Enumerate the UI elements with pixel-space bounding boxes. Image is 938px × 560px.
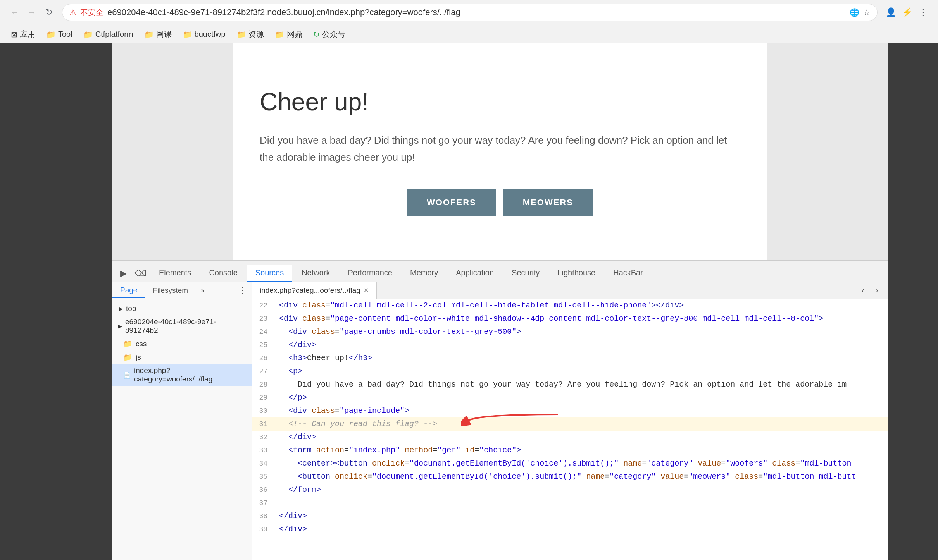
security-label: 不安全 (80, 7, 103, 18)
bookmark-wangke-label: 网课 (156, 29, 172, 40)
back-button[interactable]: ← (8, 5, 22, 19)
bookmark-wangke[interactable]: 📁 网课 (140, 27, 176, 42)
page-title: Cheer up! (260, 88, 740, 116)
bookmark-apps-label: 应用 (20, 29, 35, 40)
tab-sources[interactable]: Sources (247, 265, 292, 282)
devtools-inspect-icon[interactable]: ▶ (117, 265, 130, 282)
bookmark-wangding-label: 网鼎 (287, 29, 302, 40)
css-label: css (136, 340, 147, 348)
devtools-tabs: ▶ ⌫ Elements Console Sources Network Per… (112, 261, 888, 282)
url-text: e690204e-40c1-489c-9e71-891274b2f3f2.nod… (107, 7, 846, 17)
menu-button[interactable]: ⋮ (916, 5, 930, 19)
bookmark-buuctfwp-label: buuctfwp (195, 30, 226, 39)
refresh-icon: ↻ (313, 30, 320, 39)
bookmark-buuctfwp[interactable]: 📁 buuctfwp (178, 27, 230, 41)
code-line-36: 36 </form> (252, 483, 888, 496)
file-tree-css[interactable]: 📁 css (112, 337, 252, 350)
toolbar-icons: 👤 ⚡ ⋮ (884, 5, 930, 19)
tab-memory[interactable]: Memory (402, 265, 447, 282)
file-tree-top[interactable]: ▶ top (112, 302, 252, 315)
bookmark-ctfplatform-label: Ctfplatform (95, 30, 133, 39)
nav-buttons: ← → ↻ (8, 5, 56, 19)
buttons-row: WOOFERS MEOWERS (260, 189, 740, 216)
left-tab-more[interactable]: » (196, 283, 209, 298)
account-button[interactable]: 👤 (884, 5, 898, 19)
code-line-29: 29 </p> (252, 391, 888, 404)
folder-icon-1: 📁 (46, 30, 56, 39)
browser-chrome: ← → ↻ ⚠ 不安全 e690204e-40c1-489c-9e71-8912… (0, 0, 938, 560)
folder-icon-5: 📁 (236, 30, 246, 39)
code-line-37: 37 (252, 496, 888, 510)
code-nav-right[interactable]: › (871, 284, 883, 297)
page-description: Did you have a bad day? Did things not g… (260, 132, 740, 166)
address-bar-icons: 🌐 ☆ (850, 8, 870, 17)
file-tree-phpfile[interactable]: 📄 index.php?category=woofers/../flag (112, 364, 252, 386)
code-line-30: 30 <div class="page-include"> (252, 404, 888, 417)
code-tab-active[interactable]: index.php?categ...oofers/../flag ✕ (252, 282, 377, 299)
bookmark-wangding[interactable]: 📁 网鼎 (270, 27, 307, 42)
code-line-27: 27 <p> (252, 365, 888, 378)
left-tab-page[interactable]: Page (112, 283, 145, 298)
file-tree-js[interactable]: 📁 js (112, 350, 252, 364)
css-folder-icon: 📁 (123, 339, 133, 348)
code-line-38: 38 </div> (252, 510, 888, 523)
bookmark-tool[interactable]: 📁 Tool (41, 27, 77, 41)
tab-performance[interactable]: Performance (340, 265, 401, 282)
translate-icon[interactable]: 🌐 (850, 8, 859, 17)
bookmark-apps[interactable]: ⊠ 应用 (6, 27, 40, 42)
bookmark-gongzhonghao-label: 公众号 (322, 29, 345, 40)
meowers-button[interactable]: MEOWERS (503, 189, 593, 216)
code-line-32: 32 </div> (252, 431, 888, 444)
code-tab-close[interactable]: ✕ (364, 287, 369, 294)
code-line-26: 26 <h3>Cheer up!</h3> (252, 352, 888, 365)
code-nav-left[interactable]: ‹ (857, 284, 869, 297)
bookmarks-bar: ⊠ 应用 📁 Tool 📁 Ctfplatform 📁 网课 📁 buuctfw… (0, 25, 938, 43)
code-line-25: 25 </div> (252, 338, 888, 352)
tab-console[interactable]: Console (200, 265, 246, 282)
code-line-35: 35 <button onclick="document.getElementB… (252, 470, 888, 483)
bookmark-ziyuan-label: 资源 (248, 29, 264, 40)
devtools-left-panel: Page Filesystem » ⋮ ▶ top ▶ (112, 282, 252, 560)
bookmark-ctfplatform[interactable]: 📁 Ctfplatform (79, 27, 138, 41)
code-view: 22 <div class="mdl-cell mdl-cell--2-col … (252, 299, 888, 560)
devtools-panel: ▶ ⌫ Elements Console Sources Network Per… (112, 260, 888, 560)
top-label: top (126, 304, 136, 313)
folder-icon-4: 📁 (183, 30, 192, 39)
left-dark-area (0, 43, 112, 560)
code-line-24: 24 <div class="page-crumbs mdl-color-tex… (252, 325, 888, 338)
tab-elements[interactable]: Elements (150, 265, 200, 282)
bookmark-gongzhonghao[interactable]: ↻ 公众号 (309, 27, 350, 42)
bookmark-tool-label: Tool (58, 30, 72, 39)
file-tree: ▶ top ▶ e690204e-40c1-489c-9e71-891274b2… (112, 299, 252, 560)
code-line-33: 33 <form action="index.php" method="get"… (252, 444, 888, 457)
reload-button[interactable]: ↻ (42, 5, 56, 19)
tab-network[interactable]: Network (293, 265, 338, 282)
tab-application[interactable]: Application (447, 265, 502, 282)
tab-hackbar[interactable]: HackBar (605, 265, 652, 282)
code-tab-label: index.php?categ...oofers/../flag (260, 286, 360, 295)
address-bar[interactable]: ⚠ 不安全 e690204e-40c1-489c-9e71-891274b2f3… (62, 4, 878, 21)
security-icon: ⚠ (69, 8, 76, 17)
js-label: js (136, 353, 141, 362)
bookmark-ziyuan[interactable]: 📁 资源 (232, 27, 269, 42)
triangle-icon: ▶ (119, 306, 123, 312)
code-line-31: 31 <!-- Can you read this flag? --> (252, 417, 888, 431)
forward-button[interactable]: → (25, 5, 39, 19)
extensions-button[interactable]: ⚡ (900, 5, 914, 19)
code-tabs: index.php?categ...oofers/../flag ✕ ‹ › (252, 282, 888, 299)
tab-security[interactable]: Security (503, 265, 548, 282)
devtools-body: Page Filesystem » ⋮ ▶ top ▶ (112, 282, 888, 560)
left-tab-filesystem[interactable]: Filesystem (145, 283, 196, 298)
php-file-label: index.php?category=woofers/../flag (134, 366, 245, 383)
folder-icon-3: 📁 (144, 30, 154, 39)
woofers-button[interactable]: WOOFERS (407, 189, 496, 216)
devtools-device-icon[interactable]: ⌫ (131, 265, 150, 282)
code-tab-nav: ‹ › (852, 284, 888, 297)
left-panel-menu[interactable]: ⋮ (234, 282, 252, 299)
tab-lighthouse[interactable]: Lighthouse (549, 265, 604, 282)
folder-icon-2: 📁 (83, 30, 93, 39)
file-tree-domain[interactable]: ▶ e690204e-40c1-489c-9e71-891274b2 (112, 315, 252, 337)
bookmark-icon[interactable]: ☆ (863, 8, 870, 17)
code-line-39: 39 </div> (252, 523, 888, 536)
domain-triangle-icon: ▶ (118, 323, 122, 329)
